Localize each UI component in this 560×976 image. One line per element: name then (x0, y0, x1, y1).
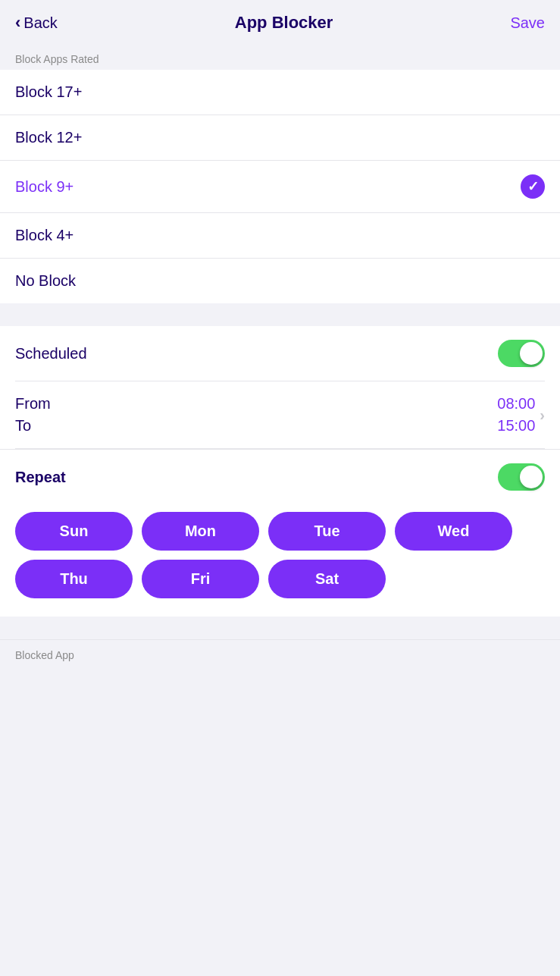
from-to-labels: From To (15, 395, 51, 435)
day-fri-button[interactable]: Fri (142, 560, 259, 598)
block-apps-card: Block 17+ Block 12+ Block 9+ Block 4+ No… (0, 70, 560, 303)
back-button[interactable]: ‹ Back (15, 13, 58, 33)
day-wed-button[interactable]: Wed (395, 512, 512, 551)
scheduled-toggle[interactable] (498, 340, 545, 367)
chevron-left-icon: ‹ (15, 13, 20, 33)
header: ‹ Back App Blocker Save (0, 0, 560, 46)
repeat-label: Repeat (15, 469, 66, 486)
schedule-card: Scheduled From To 08:00 15:00 › (0, 326, 560, 449)
chevron-right-icon: › (540, 406, 545, 424)
from-to-row[interactable]: From To 08:00 15:00 › (15, 381, 545, 449)
block12-item[interactable]: Block 12+ (0, 115, 560, 161)
block17-item[interactable]: Block 17+ (0, 70, 560, 115)
save-button[interactable]: Save (510, 14, 545, 32)
from-label: From (15, 395, 51, 413)
from-time: 08:00 (497, 395, 535, 413)
day-thu-button[interactable]: Thu (15, 560, 133, 598)
day-tue-button[interactable]: Tue (268, 512, 386, 551)
block4-item[interactable]: Block 4+ (0, 213, 560, 259)
repeat-toggle-thumb (520, 466, 543, 488)
block12-label: Block 12+ (15, 129, 82, 146)
repeat-section: Repeat Sun Mon Tue Wed Thu Fri Sat (0, 450, 560, 617)
scheduled-label: Scheduled (15, 345, 87, 362)
from-to-right: 08:00 15:00 › (497, 395, 545, 435)
from-to-times: 08:00 15:00 (497, 395, 535, 435)
block17-label: Block 17+ (15, 83, 82, 101)
to-label: To (15, 417, 51, 435)
days-grid: Sun Mon Tue Wed Thu Fri Sat (15, 504, 545, 617)
noblock-label: No Block (15, 272, 76, 290)
day-sat-button[interactable]: Sat (268, 560, 386, 598)
blocked-app-section-label: Blocked App (0, 639, 560, 670)
noblock-item[interactable]: No Block (0, 259, 560, 303)
page-title: App Blocker (235, 13, 333, 33)
scheduled-row: Scheduled (15, 326, 545, 381)
to-time: 15:00 (497, 417, 535, 435)
back-label: Back (23, 14, 57, 32)
section-gap-1 (0, 303, 560, 326)
block9-item[interactable]: Block 9+ (0, 161, 560, 213)
toggle-thumb (520, 342, 543, 365)
block9-check-icon (521, 174, 545, 199)
block9-label: Block 9+ (15, 178, 74, 196)
section-gap-2 (0, 617, 560, 639)
block4-label: Block 4+ (15, 227, 74, 244)
repeat-row: Repeat (15, 450, 545, 504)
day-mon-button[interactable]: Mon (142, 512, 259, 551)
day-sun-button[interactable]: Sun (15, 512, 133, 551)
repeat-toggle[interactable] (498, 463, 545, 491)
block-apps-section-label: Block Apps Rated (0, 46, 560, 70)
